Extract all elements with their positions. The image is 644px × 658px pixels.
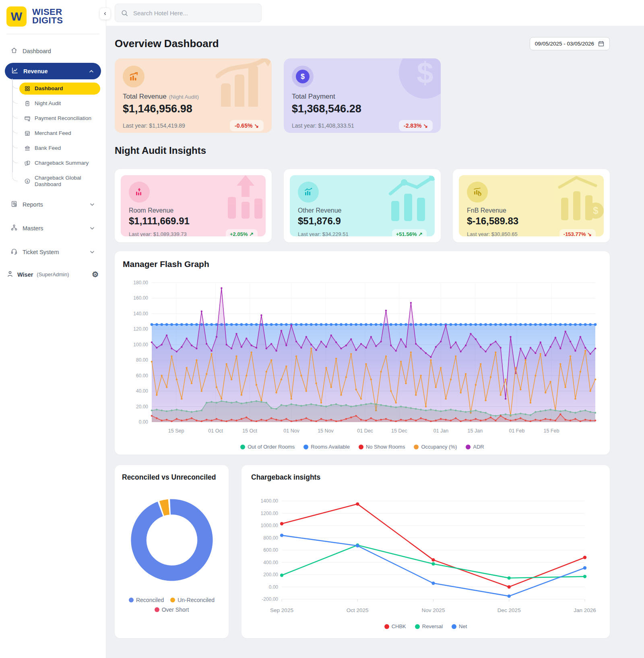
donut-title: Reconciled vs Unreconciled: [122, 473, 221, 482]
legend-item[interactable]: ADR: [466, 444, 484, 450]
chevron-down-icon[interactable]: [89, 249, 95, 255]
sidebar-item-label: Masters: [23, 225, 43, 232]
delta-badge: -153.77% ↘: [559, 229, 596, 236]
svg-text:120.00: 120.00: [133, 326, 148, 332]
topbar: [106, 0, 644, 26]
sidebar-collapse-button[interactable]: ‹: [99, 8, 111, 20]
sidebar-item-reports[interactable]: Reports: [0, 196, 106, 213]
svg-text:15 Oct: 15 Oct: [242, 428, 257, 434]
svg-text:15 Nov: 15 Nov: [318, 428, 334, 434]
grid-icon: [24, 85, 31, 92]
delta-value: -2.83%: [404, 122, 421, 129]
svg-text:-200.00: -200.00: [262, 596, 278, 602]
bars-up-icon: [129, 182, 150, 203]
delta-badge: -0.65% ↘: [230, 120, 264, 131]
legend-dot-icon: [359, 445, 363, 449]
legend-dot-icon: [240, 445, 245, 449]
sidebar-item-label: Dashboard: [35, 85, 63, 92]
svg-text:Sep 2025: Sep 2025: [270, 607, 293, 613]
search-icon: [121, 9, 128, 17]
card-value: $51,876.9: [298, 215, 427, 227]
legend-dot-icon: [415, 624, 420, 629]
svg-text:40.00: 40.00: [136, 388, 148, 394]
legend-item[interactable]: Un-Reconciled: [170, 597, 215, 603]
summary-cards-row: Total Revenue(Night Audit) $1,146,956.98…: [115, 58, 610, 133]
clipboard-icon: [24, 100, 31, 107]
svg-text:$: $: [27, 179, 28, 183]
legend-item[interactable]: Reconciled: [129, 597, 164, 603]
gear-icon[interactable]: ⚙: [92, 271, 99, 278]
legend-dot-icon: [303, 445, 308, 449]
legend-item[interactable]: Net: [452, 623, 467, 629]
brand-name: WISER DIGITS: [32, 8, 63, 25]
revenue-children: Dashboard Night Audit Payment Reconcilia…: [12, 83, 100, 190]
delta-value: +51.56%: [396, 231, 417, 236]
delta-value: -0.65%: [235, 122, 252, 129]
date-range-picker[interactable]: 09/05/2025 - 03/05/2026: [530, 37, 610, 50]
sidebar-item-night-audit[interactable]: Night Audit: [19, 97, 100, 110]
other-revenue-card: Other Revenue $51,876.9 Last year: $34,2…: [290, 175, 435, 236]
room-revenue-card-wrap: Room Revenue $1,111,669.91 Last year: $1…: [115, 169, 272, 242]
chevron-up-icon[interactable]: [88, 68, 95, 74]
flash-graph-title: Manager Flash Graph: [123, 259, 602, 269]
sidebar-item-masters[interactable]: Masters: [0, 219, 106, 237]
search-input[interactable]: [132, 9, 256, 17]
user-icon: [6, 270, 14, 279]
legend-item[interactable]: Out of Order Rooms: [240, 444, 295, 450]
sidebar-item-revenue[interactable]: Revenue: [5, 63, 101, 79]
legend-item[interactable]: Occupancy (%): [414, 444, 457, 450]
hotel-search[interactable]: [115, 4, 262, 22]
svg-text:100.00: 100.00: [133, 342, 148, 348]
sidebar-item-payment-reconciliation[interactable]: Payment Reconciliation: [19, 112, 100, 124]
reconciled-donut-chart: [126, 494, 218, 586]
legend-item[interactable]: CHBK: [384, 623, 406, 629]
trend-up-arrow-icon: ↗: [249, 231, 254, 236]
calendar-icon: [598, 40, 605, 47]
sidebar-item-merchant-feed[interactable]: Merchant Feed: [19, 127, 100, 139]
svg-text:Oct 2025: Oct 2025: [347, 607, 369, 613]
manager-flash-graph-card: Manager Flash Graph 0.0020.0040.0060.008…: [115, 251, 610, 455]
sidebar-item-chargeback-global-dashboard[interactable]: $ Chargeback Global Dashboard: [19, 172, 100, 190]
night-audit-heading: Night Audit Insights: [115, 145, 610, 156]
chart-growth-icon: [298, 182, 319, 203]
card-last-year: Last year: $1,089,339.73: [129, 231, 187, 236]
sidebar-item-bank-feed[interactable]: Bank Feed: [19, 142, 100, 154]
card-title: Room Revenue: [129, 207, 258, 214]
sidebar-item-ticket-system[interactable]: Ticket System: [0, 243, 106, 261]
trend-down-arrow-icon: ↘: [423, 122, 428, 129]
legend-item[interactable]: Reversal: [415, 623, 443, 629]
legend-dot-icon: [170, 598, 175, 602]
svg-text:01 Jan: 01 Jan: [433, 428, 449, 434]
sidebar-item-chargeback-summary[interactable]: Chargeback Summary: [19, 157, 100, 169]
chevron-down-icon[interactable]: [89, 225, 95, 232]
legend-item[interactable]: No Show Rooms: [359, 444, 405, 450]
svg-text:15 Jan: 15 Jan: [468, 428, 483, 434]
sidebar-item-label: Chargeback Global Dashboard: [35, 175, 95, 187]
svg-text:140.00: 140.00: [133, 311, 148, 317]
page-header: Overview Dashboard 09/05/2025 - 03/05/20…: [115, 37, 610, 50]
svg-text:Dec 2025: Dec 2025: [497, 607, 521, 613]
org-chart-icon: [10, 224, 18, 232]
dollar-icon: $: [292, 66, 314, 87]
sidebar-user[interactable]: Wiser (SuperAdmin) ⚙: [0, 261, 106, 279]
donut-legend: ReconciledUn-ReconciledOver Short: [124, 597, 220, 613]
card-last-year: Last year: $30,850.65: [467, 231, 518, 236]
main-area: Overview Dashboard 09/05/2025 - 03/05/20…: [106, 0, 644, 646]
legend-item[interactable]: Over Short: [155, 606, 189, 613]
chevron-down-icon[interactable]: [89, 201, 95, 208]
fnb-revenue-card-wrap: $ $ FnB Revenue $-16,589.83 Last year: $…: [453, 169, 610, 242]
total-payment-card: $ $ Total Payment $1,368,546.28 Last yea…: [284, 58, 441, 133]
legend-item[interactable]: Rooms Available: [303, 444, 350, 450]
trend-down-arrow-icon: ↘: [587, 231, 592, 236]
chargeback-insights-card: Chargeback insights -200.000.00200.00400…: [242, 465, 610, 638]
sidebar-item-dashboard[interactable]: Dashboard: [0, 42, 106, 60]
svg-text:1400.00: 1400.00: [261, 498, 279, 504]
sidebar-item-revenue-dashboard[interactable]: Dashboard: [19, 83, 100, 95]
svg-text:160.00: 160.00: [133, 295, 148, 301]
user-role: (SuperAdmin): [37, 271, 69, 277]
svg-text:15 Dec: 15 Dec: [391, 428, 407, 434]
legend-dot-icon: [466, 445, 471, 449]
sidebar-item-label: Revenue: [23, 68, 47, 74]
delta-badge: +2.05% ↗: [226, 229, 258, 236]
svg-text:Nov 2025: Nov 2025: [422, 607, 445, 613]
